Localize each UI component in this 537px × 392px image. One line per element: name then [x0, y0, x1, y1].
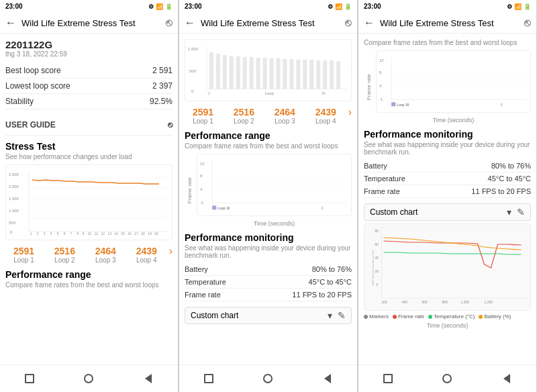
- share-button-2[interactable]: ⎋: [345, 17, 352, 29]
- svg-text:13: 13: [107, 232, 111, 235]
- score-value-lowest: 2 397: [129, 79, 173, 94]
- loop-item-2-4: 2439 Loop 4: [307, 107, 344, 125]
- svg-rect-58: [336, 61, 340, 89]
- table-row: Battery 80% to 76%: [185, 263, 352, 276]
- dropdown-icon-2: ▾: [328, 310, 332, 321]
- perf-mon-title-3: Performance monitoring: [364, 129, 531, 140]
- svg-text:10: 10: [88, 232, 92, 235]
- back-button-3[interactable]: ←: [364, 17, 375, 29]
- svg-text:0: 0: [10, 230, 13, 234]
- nav-square-2[interactable]: [201, 371, 217, 387]
- top-bar-3: ← Wild Life Extreme Stress Test ⎋: [358, 13, 536, 34]
- time-1: 23:00: [5, 3, 23, 10]
- perf-range-title: Performance range: [5, 269, 173, 280]
- perf-mon-table-3: Battery 80% to 76% Temperature 45°C to 4…: [364, 160, 531, 198]
- framerate-label-2: Frame rate: [185, 289, 253, 301]
- back-button-2[interactable]: ←: [185, 17, 195, 29]
- user-guide-row[interactable]: USER GUIDE ⎋: [5, 115, 173, 136]
- perf-mon-table-2: Battery 80% to 76% Temperature 45°C to 4…: [185, 263, 352, 301]
- panel-3-content: Compare frame rates from the best and wo…: [358, 34, 536, 364]
- loop-item-2-3: 2464 Loop 3: [266, 107, 303, 125]
- loop-label-2: Loop 2: [46, 256, 83, 264]
- battery-icon-2: 🔋: [344, 3, 352, 10]
- svg-text:20: 20: [375, 269, 379, 273]
- svg-text:-1: -1: [379, 97, 383, 101]
- perf-range-chart: 12 8 4 -1 Loop 16 0: [197, 154, 352, 216]
- share-button-3[interactable]: ⎋: [524, 17, 531, 29]
- time-label-2: Time (seconds): [197, 220, 352, 227]
- edit-icon-3[interactable]: ✎: [517, 207, 525, 217]
- score-table: Best loop score 2 591 Lowest loop score …: [5, 63, 173, 109]
- status-bar-3: 23:00 ⚙ 📶 🔋: [358, 0, 536, 13]
- svg-rect-48: [269, 58, 273, 89]
- perf-mon-subtitle-3: See what was happening inside your devic…: [364, 141, 531, 156]
- svg-rect-46: [256, 58, 260, 89]
- temp-label-3: Temperature: [364, 173, 432, 185]
- svg-text:500: 500: [189, 69, 197, 73]
- loop-label-3: Loop 3: [87, 256, 124, 264]
- custom-chart-row-3[interactable]: Custom chart ▾ ✎: [364, 203, 531, 221]
- svg-text:3: 3: [44, 232, 46, 235]
- svg-rect-50: [283, 59, 287, 89]
- status-icons-2: ⚙ 📶 🔋: [328, 3, 352, 10]
- perf-chart-3: 12 8 4 -1 Loop 16 0 Time (seconds): [376, 50, 531, 124]
- svg-text:500: 500: [9, 221, 16, 225]
- back-button-1[interactable]: ←: [5, 17, 16, 29]
- nav-home-1[interactable]: [81, 371, 97, 387]
- stress-test-subtitle: See how performance changes under load: [5, 153, 173, 160]
- nav-square-3[interactable]: [380, 371, 396, 387]
- nav-home-2[interactable]: [260, 371, 276, 387]
- time-3: 23:00: [364, 3, 381, 10]
- svg-text:2: 2: [37, 232, 39, 235]
- svg-rect-47: [263, 58, 267, 89]
- svg-text:2.000: 2.000: [9, 185, 19, 189]
- settings-icon-2: ⚙: [328, 3, 333, 10]
- svg-rect-56: [323, 60, 327, 89]
- time-2: 23:00: [185, 3, 202, 10]
- svg-text:8: 8: [200, 174, 203, 178]
- table-row: Frame rate 11 FPS to 20 FPS: [364, 185, 531, 198]
- nav-back-3[interactable]: [499, 371, 515, 387]
- legend-label-battery: Battery (%): [484, 313, 511, 320]
- svg-text:4: 4: [379, 84, 382, 88]
- svg-text:8: 8: [77, 232, 79, 235]
- score-value-stability: 92.5%: [129, 94, 173, 109]
- custom-chart-row-2[interactable]: Custom chart ▾ ✎: [185, 307, 352, 324]
- svg-text:20: 20: [322, 92, 326, 95]
- svg-text:12: 12: [379, 58, 384, 62]
- nav-back-2[interactable]: [320, 371, 336, 387]
- battery-icon-3: 🔋: [524, 3, 531, 10]
- svg-text:9: 9: [83, 232, 85, 235]
- legend-dot-markers: [364, 315, 368, 319]
- bottom-nav-1: [0, 364, 178, 392]
- signal-icon-2: 📶: [335, 3, 342, 10]
- loop-item-2-1: 2591 Loop 1: [185, 107, 222, 125]
- loop-label-4: Loop 4: [128, 256, 165, 264]
- svg-text:17: 17: [134, 232, 138, 235]
- nav-back-1[interactable]: [140, 371, 156, 387]
- user-guide-share-icon: ⎋: [168, 120, 173, 130]
- svg-text:0: 0: [501, 103, 503, 107]
- svg-rect-52: [296, 60, 300, 89]
- legend-dot-battery: [479, 315, 483, 319]
- legend-dot-framerate: [393, 315, 397, 319]
- nav-square-1[interactable]: [21, 371, 38, 387]
- svg-text:1.000: 1.000: [9, 209, 19, 213]
- loop-label-2-4: Loop 4: [307, 117, 344, 125]
- top-bar-2: ← Wild Life Extreme Stress Test ⎋: [179, 13, 357, 34]
- frame-rate-label: Frame rate: [187, 177, 193, 203]
- svg-rect-54: [309, 60, 313, 89]
- edit-icon-2[interactable]: ✎: [338, 310, 346, 321]
- nav-home-3[interactable]: [439, 371, 455, 387]
- perf-range-chart-3: 12 8 4 -1 Loop 16 0: [376, 50, 531, 113]
- loop-scores-2: 2591 Loop 1 2516 Loop 2 2464 Loop 3 2439…: [185, 107, 352, 125]
- user-guide-label: USER GUIDE: [5, 120, 56, 130]
- legend-dot-temperature: [428, 315, 432, 319]
- loop-label-1: Loop 1: [5, 256, 42, 264]
- share-button-1[interactable]: ⎋: [166, 17, 173, 29]
- legend-framerate: Frame rate: [393, 313, 424, 320]
- bottom-nav-2: [179, 364, 357, 392]
- custom-chart-label-3: Custom chart: [370, 207, 418, 217]
- signal-icon-3: 📶: [514, 3, 522, 10]
- svg-text:1.000: 1.000: [461, 300, 470, 304]
